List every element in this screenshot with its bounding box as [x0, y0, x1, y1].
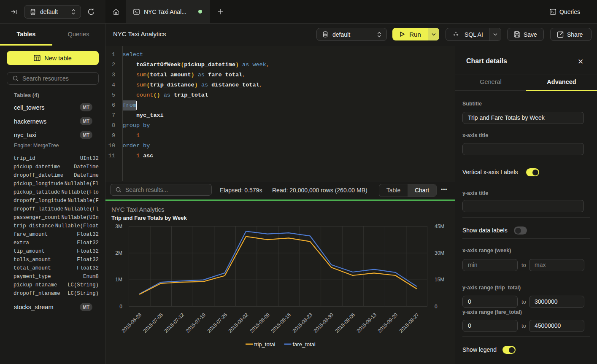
svg-text:2015-08-16: 2015-08-16 [270, 311, 292, 334]
svg-text:Trip and Fare Totals by Week: Trip and Fare Totals by Week [111, 214, 187, 221]
svg-text:2015-07-12: 2015-07-12 [163, 312, 186, 334]
svg-text:2M: 2M [115, 250, 122, 256]
svg-text:3M: 3M [115, 223, 122, 229]
svg-text:2015-09-20: 2015-09-20 [377, 311, 399, 334]
svg-text:2015-08-09: 2015-08-09 [249, 312, 271, 334]
svg-text:2015-07-05: 2015-07-05 [142, 311, 165, 334]
svg-text:NYC Taxi Analytics: NYC Taxi Analytics [111, 206, 165, 213]
svg-text:2015-08-30: 2015-08-30 [313, 311, 335, 334]
svg-text:2015-08-23: 2015-08-23 [292, 311, 314, 334]
svg-text:2015-08-02: 2015-08-02 [227, 312, 250, 334]
svg-text:2015-09-06: 2015-09-06 [334, 311, 357, 334]
svg-text:45M: 45M [435, 223, 444, 229]
svg-text:fare_total: fare_total [293, 341, 316, 348]
svg-text:2015-07-26: 2015-07-26 [206, 311, 229, 334]
svg-text:0: 0 [435, 303, 438, 309]
svg-text:15M: 15M [435, 277, 444, 283]
svg-text:30M: 30M [435, 250, 444, 256]
svg-text:2015-06-28: 2015-06-28 [121, 311, 143, 334]
svg-text:2015-07-19: 2015-07-19 [185, 312, 207, 334]
svg-text:2015-09-13: 2015-09-13 [356, 311, 378, 334]
svg-text:trip_total: trip_total [254, 341, 276, 348]
svg-text:2015-09-27: 2015-09-27 [398, 312, 421, 334]
svg-text:0: 0 [119, 303, 122, 309]
svg-text:1M: 1M [115, 277, 122, 283]
